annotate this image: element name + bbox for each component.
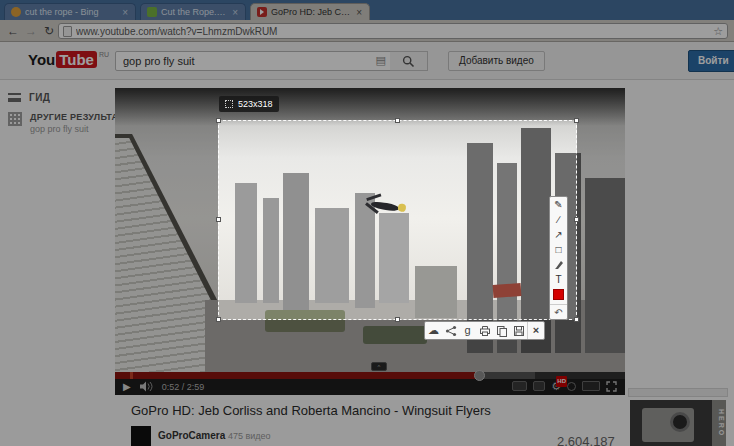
cloud-upload-icon[interactable]: ☁ (425, 322, 442, 339)
text-tool-icon[interactable]: T (550, 272, 567, 287)
quality-button[interactable] (533, 381, 545, 391)
resize-handle-top[interactable] (395, 118, 400, 123)
time-display: 0:52 / 2:59 (162, 382, 205, 392)
tab-cut-the-rope[interactable]: Cut the Rope. Time Travel. | × (140, 3, 246, 20)
line-tool-icon[interactable]: ∕ (550, 212, 567, 227)
tab-bing[interactable]: cut the rope - Bing × (4, 3, 136, 20)
watch-later-button[interactable] (567, 382, 576, 391)
reload-button[interactable]: ↻ (40, 22, 58, 40)
rectangle-tool-icon[interactable]: □ (550, 242, 567, 257)
bing-favicon-icon (11, 7, 21, 17)
capture-actions-toolbar: ☁ g × (424, 321, 545, 340)
crosshair-icon (225, 100, 233, 108)
channel-avatar[interactable] (131, 426, 151, 446)
youtube-logo[interactable]: YouTubeRU (28, 51, 109, 68)
related-video-thumbnail[interactable]: HERO (630, 400, 726, 446)
red-color-swatch[interactable] (553, 289, 564, 300)
screen: cut the rope - Bing × Cut the Rope. Time… (0, 0, 734, 446)
hd-badge: HD (556, 376, 567, 387)
resize-handle-top-right[interactable] (574, 118, 579, 123)
search-field-wrap: ▤ (115, 51, 391, 71)
copy-icon[interactable] (493, 322, 510, 339)
undo-icon[interactable]: ↶ (550, 304, 567, 319)
logo-you: You (28, 51, 55, 68)
progress-marker (130, 372, 133, 379)
android-favicon-icon (147, 7, 157, 17)
guide-label: ГИД (29, 92, 50, 103)
tab-title: cut the rope - Bing (25, 7, 117, 17)
selection-size-text: 523x318 (238, 99, 273, 109)
settings-gear-icon[interactable]: ⚙ HD (551, 381, 561, 392)
volume-icon[interactable] (140, 381, 153, 392)
search-icon (402, 55, 415, 68)
add-video-button[interactable]: Добавить видео (448, 51, 545, 71)
theater-mode-button[interactable] (582, 381, 600, 391)
tab-close-icon[interactable]: × (121, 7, 129, 18)
channel-name[interactable]: GoProCamera (158, 430, 225, 441)
youtube-header: YouTubeRU ▤ Добавить видео Войти (0, 42, 734, 80)
page-icon (63, 26, 72, 37)
search-input[interactable] (115, 51, 391, 71)
hamburger-icon (8, 93, 21, 102)
browser-toolbar: ← → ↻ www.youtube.com/watch?v=LhmzmDwkRU… (0, 20, 734, 42)
player-controls-right: ⚙ HD (512, 379, 617, 393)
tower (585, 178, 625, 353)
url-text[interactable]: www.youtube.com/watch?v=LhmzmDwkRUM (76, 26, 709, 37)
tab-title: GoPro HD: Jeb Corliss and R... (271, 7, 351, 17)
youtube-favicon-icon (257, 7, 267, 17)
keyboard-icon[interactable]: ▤ (376, 54, 386, 67)
pencil-tool-icon[interactable]: ✎ (550, 197, 567, 212)
park-trees (363, 326, 427, 344)
play-button[interactable]: ▶ (123, 381, 131, 392)
arrow-tool-icon[interactable]: ↗ (550, 227, 567, 242)
progress-scrubber[interactable] (474, 370, 485, 381)
logo-tube: Tube (56, 51, 97, 68)
view-count: 2,604,187 (557, 434, 615, 446)
save-icon[interactable] (510, 322, 527, 339)
back-button[interactable]: ← (4, 22, 22, 40)
progress-bar[interactable]: ^ (115, 372, 625, 379)
address-bar[interactable]: www.youtube.com/watch?v=LhmzmDwkRUM ☆ (58, 23, 728, 39)
related-videos-rail: HERO (628, 388, 728, 446)
grid-icon (8, 112, 22, 126)
resize-handle-bottom-right[interactable] (574, 317, 579, 322)
color-swatch[interactable] (550, 289, 567, 304)
logo-region: RU (99, 51, 109, 58)
browser-tab-strip: cut the rope - Bing × Cut the Rope. Time… (0, 0, 734, 20)
rail-header (628, 388, 728, 397)
fullscreen-button[interactable] (606, 381, 617, 392)
tab-close-icon[interactable]: × (355, 7, 363, 18)
marker-tool-icon[interactable] (550, 257, 567, 272)
thumbnail-side-text: HERO (712, 400, 726, 446)
drawing-toolbar: ✎ ∕ ↗ □ T ↶ (549, 196, 568, 320)
resize-handle-left[interactable] (216, 217, 221, 222)
resize-handle-right[interactable] (574, 217, 579, 222)
print-icon[interactable] (476, 322, 493, 339)
bookmark-star-icon[interactable]: ☆ (713, 25, 723, 38)
tab-title: Cut the Rope. Time Travel. | (161, 7, 227, 17)
selection-size-label: 523x318 (219, 96, 279, 112)
resize-handle-top-left[interactable] (216, 118, 221, 123)
resize-handle-bottom-left[interactable] (216, 317, 221, 322)
camera-lens (670, 412, 690, 432)
search-button[interactable] (390, 51, 428, 71)
share-icon[interactable] (442, 322, 459, 339)
sidebar-item-guide[interactable]: ГИД (8, 92, 50, 103)
annotations-toggle-button[interactable]: ^ (371, 362, 387, 371)
close-capture-icon[interactable]: × (527, 322, 544, 339)
forward-button[interactable]: → (22, 22, 40, 40)
skyscraper-ledge (115, 138, 233, 372)
player-controls-left: ▶ 0:52 / 2:59 (123, 379, 204, 394)
tab-close-icon[interactable]: × (231, 7, 239, 18)
resize-handle-bottom[interactable] (395, 317, 400, 322)
progress-buffered (480, 372, 535, 379)
sign-in-button[interactable]: Войти (688, 50, 734, 72)
channel-meta: 475 видео (228, 431, 271, 441)
progress-played (115, 372, 480, 379)
captions-button[interactable] (512, 381, 527, 391)
google-search-icon[interactable]: g (459, 322, 476, 339)
player-controls: ^ ▶ 0:52 / 2:59 ⚙ HD (115, 372, 625, 395)
video-title: GoPro HD: Jeb Corliss and Roberta Mancin… (131, 403, 601, 418)
tab-youtube-active[interactable]: GoPro HD: Jeb Corliss and R... × (250, 3, 370, 20)
capture-selection[interactable] (218, 120, 577, 320)
